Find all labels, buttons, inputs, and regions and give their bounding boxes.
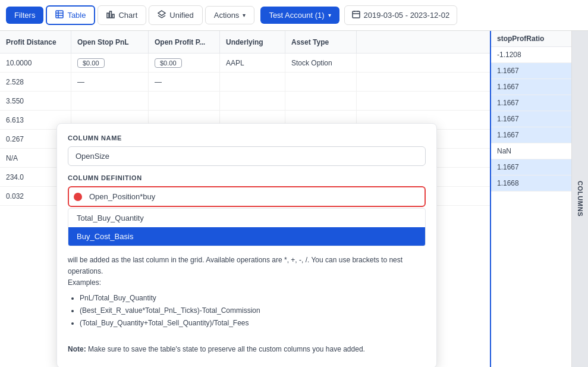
column-def-input-wrap bbox=[68, 186, 426, 207]
note-text: Make sure to save the table's state to p… bbox=[88, 345, 365, 353]
table-icon bbox=[55, 10, 64, 20]
table-header: Profit Distance Open Stop PnL Open Profi… bbox=[0, 31, 490, 54]
right-panel-header: stopProfRatio bbox=[491, 31, 580, 47]
table-cell bbox=[285, 92, 357, 110]
unified-button[interactable]: Unified bbox=[149, 5, 202, 25]
right-panel-row: 1.1667 bbox=[491, 95, 580, 111]
account-button[interactable]: Test Account (1) ▾ bbox=[260, 7, 339, 24]
table-section: Profit Distance Open Stop PnL Open Profi… bbox=[0, 31, 490, 367]
right-panel: stopProfRatio -1.12081.16671.16671.16671… bbox=[490, 31, 588, 367]
col-header-asset-type: Asset Type bbox=[285, 31, 357, 53]
svg-line-8 bbox=[158, 15, 162, 18]
table-cell: 2.528 bbox=[0, 73, 71, 91]
table-cell: 3.550 bbox=[0, 92, 71, 110]
autocomplete-dropdown: Total_Buy_Quantity Buy_Cost_Basis bbox=[68, 208, 426, 246]
actions-label: Actions bbox=[214, 11, 240, 20]
help-text-area: will be added as the last column in the … bbox=[68, 255, 426, 356]
columns-tab-label: Columns bbox=[577, 181, 584, 217]
table-cell bbox=[220, 73, 285, 91]
table-cell: — bbox=[149, 73, 220, 91]
calendar-icon bbox=[352, 10, 360, 20]
example-item: (Best_Exit_R_value*Total_PnL_Ticks)-Tota… bbox=[80, 305, 426, 316]
chevron-down-icon: ▾ bbox=[243, 12, 246, 18]
account-label: Test Account (1) bbox=[269, 11, 324, 20]
table-cell: Stock Option bbox=[285, 54, 357, 72]
autocomplete-item-total-buy[interactable]: Total_Buy_Quantity bbox=[68, 209, 425, 227]
right-panel-row: 1.1667 bbox=[491, 127, 580, 143]
table-cell: $0.00 bbox=[149, 54, 220, 72]
table-cell: AAPL bbox=[220, 54, 285, 72]
svg-rect-5 bbox=[110, 11, 112, 18]
table-cell: $0.00 bbox=[71, 54, 149, 72]
svg-marker-7 bbox=[158, 11, 165, 15]
chart-label: Chart bbox=[118, 11, 137, 20]
date-range-label: 2019-03-05 - 2023-12-02 bbox=[364, 11, 450, 20]
chart-button[interactable]: Chart bbox=[98, 5, 146, 25]
table-row: 3.550 bbox=[0, 92, 490, 111]
error-dot-icon bbox=[74, 193, 82, 201]
note-label: Note: bbox=[68, 345, 86, 353]
right-panel-row: 1.1668 bbox=[491, 175, 580, 192]
date-range-button[interactable]: 2019-03-05 - 2023-12-02 bbox=[344, 5, 458, 25]
right-panel-row: 1.1667 bbox=[491, 79, 580, 95]
svg-rect-0 bbox=[56, 11, 63, 18]
right-panel-row: 1.1667 bbox=[491, 63, 580, 79]
right-panel-row: 1.1667 bbox=[491, 159, 580, 175]
svg-rect-10 bbox=[353, 11, 360, 18]
filters-button[interactable]: Filters bbox=[6, 7, 43, 24]
table-cell bbox=[71, 92, 149, 110]
right-panel-rows: -1.12081.16671.16671.16671.16671.1667NaN… bbox=[491, 47, 580, 367]
column-editor-panel: COLUMN NAME COLUMN DEFINITION Total_Buy_… bbox=[56, 123, 437, 367]
unified-label: Unified bbox=[169, 11, 193, 20]
column-def-input[interactable] bbox=[68, 186, 426, 207]
svg-line-9 bbox=[162, 15, 165, 18]
table-cell: — bbox=[71, 73, 149, 91]
layers-icon bbox=[158, 10, 166, 20]
right-panel-row: -1.1208 bbox=[491, 47, 580, 63]
table-button[interactable]: Table bbox=[46, 5, 95, 25]
col-header-underlying: Underlying bbox=[220, 31, 285, 53]
column-name-input[interactable] bbox=[68, 146, 426, 166]
note-paragraph: Note: Make sure to save the table's stat… bbox=[68, 344, 426, 355]
col-header-profit-distance: Profit Distance bbox=[0, 31, 71, 53]
example-item: PnL/Total_Buy_Quantity bbox=[80, 293, 426, 304]
autocomplete-item-buy-cost[interactable]: Buy_Cost_Basis bbox=[68, 227, 425, 246]
table-cell bbox=[220, 92, 285, 110]
chart-icon bbox=[106, 10, 115, 20]
table-cell bbox=[149, 92, 220, 110]
table-cell: 10.0000 bbox=[0, 54, 71, 72]
col-header-open-profit-p: Open Profit P... bbox=[149, 31, 220, 53]
example-item: (Total_Buy_Quantity+Total_Sell_Quantity)… bbox=[80, 318, 426, 329]
svg-rect-4 bbox=[107, 13, 109, 18]
account-chevron-icon: ▾ bbox=[328, 12, 331, 18]
column-name-label: COLUMN NAME bbox=[68, 134, 426, 142]
table-row: 10.0000$0.00$0.00AAPLStock Option bbox=[0, 54, 490, 73]
table-cell bbox=[285, 73, 357, 91]
col-header-open-stop-pnl: Open Stop PnL bbox=[71, 31, 149, 53]
right-panel-row: NaN bbox=[491, 143, 580, 159]
right-panel-row: 1.1667 bbox=[491, 111, 580, 127]
actions-button[interactable]: Actions ▾ bbox=[205, 6, 255, 24]
column-def-label: COLUMN DEFINITION bbox=[68, 174, 426, 181]
main-area: Profit Distance Open Stop PnL Open Profi… bbox=[0, 31, 588, 367]
toolbar: Filters Table Chart bbox=[0, 0, 588, 31]
table-label: Table bbox=[67, 11, 86, 20]
table-row: 2.528—— bbox=[0, 73, 490, 92]
svg-rect-6 bbox=[112, 14, 114, 18]
columns-tab[interactable]: Columns bbox=[571, 31, 588, 367]
